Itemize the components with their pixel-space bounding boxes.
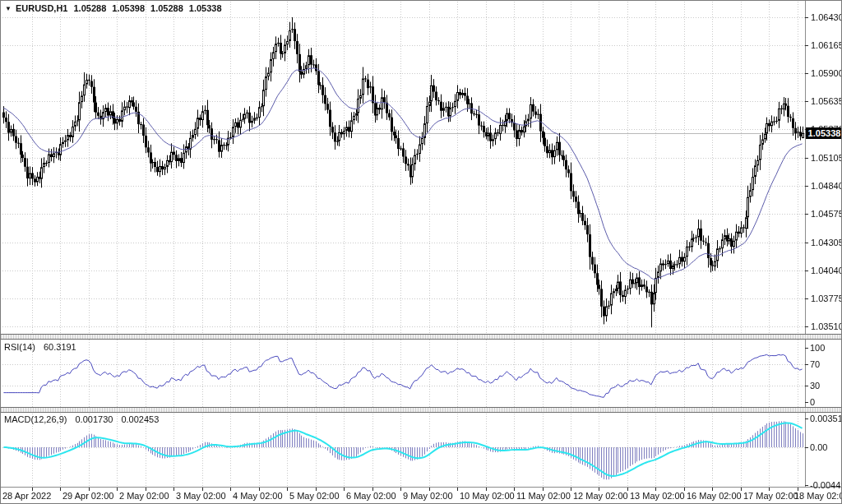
time-axis-label: 10 May 02:00 (460, 491, 515, 501)
rsi-indicator-label: RSI(14) 60.3191 (4, 342, 76, 352)
price-tick-label: 1.05900 (811, 68, 842, 78)
price-tick-label: 1.05635 (811, 96, 842, 106)
macd-name: MACD(12,26,9) (4, 414, 67, 424)
rsi-name: RSI(14) (4, 342, 35, 352)
time-axis-label: 11 May 02:00 (516, 491, 571, 501)
pane-splitter[interactable] (1, 407, 842, 413)
price-tick-label: 1.03510 (811, 321, 842, 331)
macd-signal-value: 0.002453 (121, 414, 159, 424)
rsi-tick-label: 100 (810, 343, 825, 353)
pane-splitter[interactable] (1, 334, 842, 340)
symbol-label: EURUSD,H1 (16, 3, 68, 13)
chart-window: ▼ EURUSD,H1 1.05288 1.05398 1.05288 1.05… (0, 0, 842, 504)
price-tick-label: 1.05105 (811, 153, 842, 163)
price-tick-label: 1.04040 (811, 266, 842, 275)
macd-tick-label: 0.003513 (810, 414, 842, 423)
price-tick-label: 1.04575 (811, 209, 842, 219)
ohlc-low: 1.05288 (150, 3, 183, 13)
time-axis-label: 16 May 02:00 (687, 491, 742, 501)
rsi-tick-label: 30 (810, 381, 820, 391)
time-axis-label: 2 May 02:00 (119, 491, 169, 501)
time-axis-label: 18 May 02:00 (794, 491, 842, 501)
time-axis-label: 3 May 02:00 (176, 491, 226, 501)
time-axis-label: 12 May 02:00 (573, 491, 628, 501)
ohlc-close: 1.05338 (189, 3, 222, 13)
time-axis-label: 9 May 02:00 (403, 491, 453, 501)
macd-tick-label: 0.00 (810, 442, 827, 452)
rsi-tick-label: 0 (810, 397, 815, 407)
time-axis-label: 13 May 02:00 (630, 491, 685, 501)
price-tick-label: 1.04305 (811, 238, 842, 247)
ohlc-open: 1.05288 (74, 3, 107, 13)
time-axis-label: 29 Apr 02:00 (62, 491, 113, 501)
time-axis-label: 28 Apr 2022 (2, 491, 51, 501)
symbol-dropdown-icon[interactable]: ▼ (5, 4, 12, 13)
macd-indicator-label: MACD(12,26,9) 0.001730 0.002453 (4, 414, 159, 424)
time-axis-label: 6 May 02:00 (346, 491, 396, 501)
time-axis-label: 4 May 02:00 (233, 491, 283, 501)
time-axis-label: 5 May 02:00 (289, 491, 340, 501)
price-tick-label: 1.06165 (811, 40, 842, 50)
macd-main-value: 0.001730 (75, 414, 113, 424)
price-tick-label: 1.06430 (811, 12, 842, 22)
price-chart-canvas[interactable] (1, 1, 842, 504)
rsi-value: 60.3191 (44, 342, 76, 352)
chart-header: ▼ EURUSD,H1 1.05288 1.05398 1.05288 1.05… (5, 3, 222, 13)
rsi-tick-label: 70 (810, 359, 820, 369)
price-tick-label: 1.04840 (811, 181, 842, 191)
price-tick-label: 1.03775 (811, 294, 842, 303)
macd-tick-label: -0.00449 (810, 480, 842, 490)
current-price-tag: 1.05338 (806, 127, 842, 139)
ohlc-high: 1.05398 (112, 3, 145, 13)
time-axis-label: 17 May 02:00 (743, 491, 798, 501)
